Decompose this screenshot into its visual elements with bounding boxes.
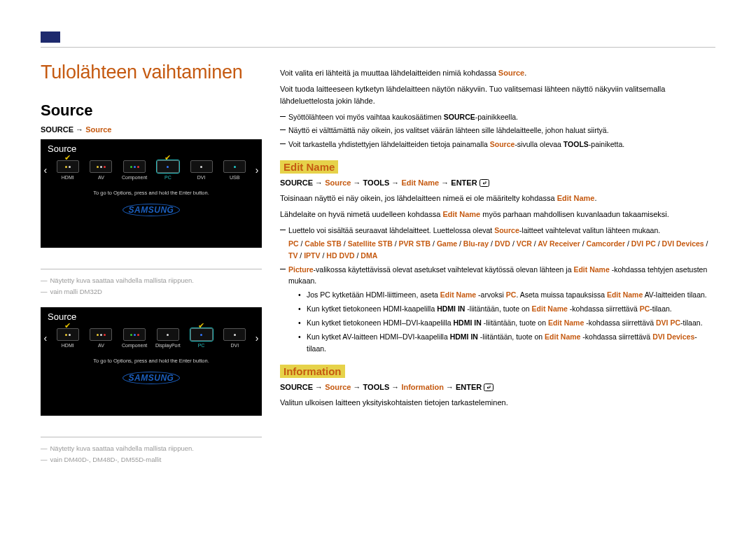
header-rule [41,47,715,48]
enter-icon [484,383,493,391]
device-list: PC / Cable STB / Satellite STB / PVR STB… [280,238,715,262]
chapter-title: Tulolähteen vaihtaminen [41,62,260,83]
caption-2: ―Näytetty kuva saattaa vaihdella mallist… [41,443,260,465]
info-p1: Valitun ulkoisen laitteen yksityiskohtai… [280,397,715,409]
edit-note-2: Picture-valikossa käytettävissä olevat a… [280,264,715,287]
caption-rule-1 [41,269,262,269]
edit-name-path: SOURCE → Source → TOOLS → Edit Name → EN… [280,178,715,187]
src-av: AV [98,175,104,180]
edit-name-heading: Edit Name [280,161,715,173]
src-hdmi: HDMI [62,343,74,348]
chevron-right-icon: › [252,332,262,344]
intro-note-1: Syöttölähteen voi myös vaihtaa kaukosäät… [280,111,715,122]
information-heading: Information [280,365,715,377]
tv-preview-1: Source ‹ ✔HDMI AV Component ✔PC DVI USB … [41,139,262,248]
tv-title-2: Source [48,311,76,322]
src-pc: PC [198,343,205,348]
chevron-left-icon: ‹ [41,332,50,344]
src-displayport: DisplayPort [155,343,181,348]
edit-bullets: Jos PC kytketään HDMI-liittimeen, aseta … [298,289,715,354]
src-dvi: DVI [230,343,239,348]
source-path-1: SOURCE → Source [41,125,260,134]
intro-p1: Voit valita eri lähteitä ja muuttaa lähd… [280,67,715,79]
samsung-logo-2: SAMSUNG [41,372,262,384]
edit-p2: Lähdelaite on hyvä nimetä uudelleen kohd… [280,209,715,220]
caption-1: ―Näytetty kuva saattaa vaihdella mallist… [41,275,260,297]
edit-p1: Toisinaan näyttö ei näy oikein, jos lähd… [280,192,715,204]
src-pc: PC [164,175,172,180]
edit-note-1: Luettelo voi sisältää seuraavat lähdelai… [280,225,715,236]
src-component: Component [122,343,147,348]
src-hdmi: HDMI [62,175,74,180]
tv-hint-2: To go to Options, press and hold the Ent… [41,358,262,364]
intro-p2: Voit tuoda laitteeseen kytketyn lähdelai… [280,83,715,107]
src-component: Component [122,175,147,180]
tv-preview-2: Source ‹ ✔HDMI AV Component DisplayPort … [41,307,262,416]
section-title: Source [41,101,260,120]
src-av: AV [98,343,104,348]
chevron-left-icon: ‹ [41,164,50,176]
caption-rule-2 [41,437,262,437]
tv-hint: To go to Options, press and hold the Ent… [41,190,262,196]
tv-title: Source [48,143,76,154]
samsung-logo: SAMSUNG [41,204,262,216]
intro-note-2: Näyttö ei välttämättä näy oikein, jos va… [280,125,715,136]
header-accent [41,31,60,43]
enter-icon [479,178,489,187]
information-path: SOURCE → Source → TOOLS → Information → … [280,383,715,391]
src-usb: USB [230,175,239,180]
intro-note-3: Voit tarkastella yhdistettyjen lähdelait… [280,139,715,150]
src-dvi: DVI [197,175,206,180]
chevron-right-icon: › [252,164,262,176]
